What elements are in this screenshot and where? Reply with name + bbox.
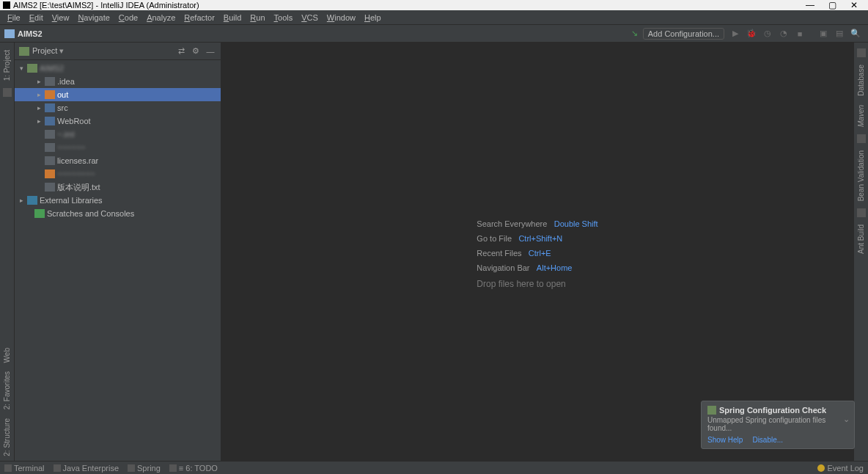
- window-minimize[interactable]: —: [799, 0, 821, 10]
- tree-external-libraries[interactable]: ▸ External Libraries: [15, 194, 221, 207]
- bean-validation-icon[interactable]: [857, 134, 866, 143]
- editor-area[interactable]: Search Everywhere Double ShiftGo to File…: [221, 43, 853, 461]
- project-settings-icon[interactable]: ⚙: [190, 46, 202, 56]
- project-view-icon: [19, 47, 29, 56]
- tree-node------txt[interactable]: 版本说明.txt: [15, 181, 221, 194]
- search-everywhere-icon[interactable]: 🔍: [849, 27, 862, 40]
- tree-node---iml[interactable]: ~.iml: [15, 128, 221, 141]
- hint-row: Navigation Bar Alt+Home: [477, 263, 597, 273]
- add-configuration-button[interactable]: Add Configuration...: [643, 28, 724, 40]
- tree-node---------[interactable]: ~~~~~~~~: [15, 167, 221, 181]
- right-tool-strip: Database Maven Bean Validation Ant Build: [853, 43, 868, 461]
- hint-row: Recent Files Ctrl+E: [477, 248, 597, 258]
- menu-vcs[interactable]: VCS: [297, 13, 323, 22]
- hint-row: Search Everywhere Double Shift: [477, 219, 597, 229]
- notification-disable-link[interactable]: Disable...: [752, 436, 783, 444]
- notification-title: Spring Configuration Check: [707, 406, 848, 415]
- coverage-icon[interactable]: ◷: [761, 27, 774, 40]
- tool-ant-build-tab[interactable]: Ant Build: [857, 225, 865, 254]
- menu-refactor[interactable]: Refactor: [180, 13, 219, 22]
- tool-maven-tab[interactable]: Maven: [857, 105, 865, 127]
- project-panel: Project ⇄ ⚙ — ▾ AIMS2 ▸.idea▸out▸src▸Web…: [15, 43, 221, 461]
- bottom-bar: TerminalJava EnterpriseSpring≡ 6: TODOEv…: [0, 461, 868, 474]
- tool-bean-validation-tab[interactable]: Bean Validation: [857, 150, 865, 201]
- hint-row: Go to File Ctrl+Shift+N: [477, 233, 597, 244]
- title-bar: AIMS2 [E:\test\AIMS2] - IntelliJ IDEA (A…: [0, 0, 868, 10]
- debug-icon[interactable]: 🐞: [745, 27, 758, 40]
- profile-icon[interactable]: ◔: [777, 27, 790, 40]
- menu-help[interactable]: Help: [360, 13, 386, 22]
- app-icon: [3, 1, 10, 9]
- bottom-tab-java-enterprise[interactable]: Java Enterprise: [54, 464, 119, 473]
- menu-analyze[interactable]: Analyze: [142, 13, 180, 22]
- tool-structure-tab[interactable]: 2: Structure: [3, 418, 11, 456]
- build-check-icon[interactable]: ↘: [628, 27, 641, 40]
- left-tool-strip: 1: Project Web 2: Favorites 2: Structure: [0, 43, 15, 461]
- tree-node-out[interactable]: ▸out: [15, 88, 221, 101]
- empty-state-hints: Search Everywhere Double ShiftGo to File…: [477, 214, 597, 289]
- tool-square-icon[interactable]: [3, 88, 12, 97]
- tree-node-licenses-rar[interactable]: licenses.rar: [15, 154, 221, 167]
- settings-icon[interactable]: ▤: [833, 27, 846, 40]
- tree-root[interactable]: ▾ AIMS2: [15, 62, 221, 75]
- menu-edit[interactable]: Edit: [25, 13, 48, 22]
- notification-message: Unmapped Spring configuration files foun…: [707, 416, 848, 432]
- tree-node-src[interactable]: ▸src: [15, 101, 221, 114]
- menu-code[interactable]: Code: [114, 13, 142, 22]
- project-folder-icon: [4, 29, 15, 38]
- notification-show-help-link[interactable]: Show Help: [707, 436, 743, 444]
- tool-favorites-tab[interactable]: 2: Favorites: [3, 371, 11, 409]
- tree-scratches[interactable]: Scratches and Consoles: [15, 207, 221, 220]
- tree-node-WebRoot[interactable]: ▸WebRoot: [15, 114, 221, 128]
- project-minimize-icon[interactable]: —: [205, 47, 216, 56]
- nav-bar: AIMS2 ↘ Add Configuration... ▶ 🐞 ◷ ◔ ■ ▣…: [0, 25, 868, 43]
- tree-node--idea[interactable]: ▸.idea: [15, 75, 221, 88]
- tree-node-------[interactable]: ~~~~~~: [15, 141, 221, 154]
- window-close[interactable]: ✕: [843, 0, 865, 10]
- window-maximize[interactable]: ▢: [821, 0, 843, 10]
- tool-project-tab[interactable]: 1: Project: [3, 50, 11, 81]
- stop-icon[interactable]: ■: [793, 27, 806, 40]
- project-tree[interactable]: ▾ AIMS2 ▸.idea▸out▸src▸WebRoot~.iml~~~~~…: [15, 60, 221, 461]
- project-structure-icon[interactable]: ▣: [817, 27, 830, 40]
- notification-popup: Spring Configuration Check Unmapped Spri…: [701, 401, 855, 449]
- tool-web-tab[interactable]: Web: [3, 348, 11, 362]
- project-panel-header: Project ⇄ ⚙ —: [15, 43, 221, 60]
- bottom-tab-todo[interactable]: ≡ 6: TODO: [169, 464, 218, 473]
- event-log-button[interactable]: Event Log: [817, 464, 864, 473]
- menu-tools[interactable]: Tools: [270, 13, 298, 22]
- ant-icon[interactable]: [857, 208, 866, 217]
- bottom-tab-terminal[interactable]: Terminal: [4, 464, 45, 473]
- bottom-tab-spring[interactable]: Spring: [128, 464, 161, 473]
- notification-expand-icon[interactable]: ⌄: [843, 415, 850, 424]
- window-title: AIMS2 [E:\test\AIMS2] - IntelliJ IDEA (A…: [13, 1, 199, 10]
- menu-bar: FileEditViewNavigateCodeAnalyzeRefactorB…: [0, 10, 868, 25]
- database-icon[interactable]: [857, 48, 866, 57]
- menu-run[interactable]: Run: [246, 13, 269, 22]
- tool-database-tab[interactable]: Database: [857, 65, 865, 96]
- main-area: 1: Project Web 2: Favorites 2: Structure…: [0, 43, 868, 461]
- menu-window[interactable]: Window: [323, 13, 360, 22]
- drop-hint: Drop files here to open: [477, 279, 597, 289]
- select-opened-file-icon[interactable]: ⇄: [175, 46, 187, 56]
- menu-view[interactable]: View: [48, 13, 74, 22]
- breadcrumb-project[interactable]: AIMS2: [18, 29, 43, 38]
- menu-file[interactable]: File: [3, 13, 25, 22]
- run-icon[interactable]: ▶: [729, 27, 742, 40]
- menu-navigate[interactable]: Navigate: [73, 13, 114, 22]
- menu-build[interactable]: Build: [219, 13, 246, 22]
- project-view-selector[interactable]: Project: [32, 46, 64, 56]
